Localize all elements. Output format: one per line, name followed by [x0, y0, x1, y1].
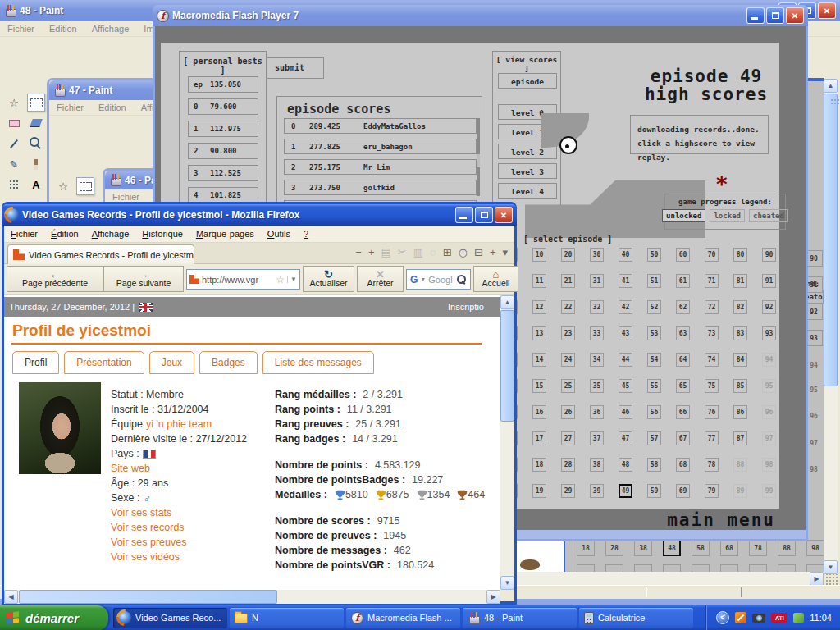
personal-best-row[interactable]: 079.600: [188, 98, 258, 115]
episode-cell-89[interactable]: 89: [733, 484, 747, 498]
menu-marque-pages[interactable]: Marque-pages: [189, 226, 261, 241]
clock[interactable]: 11:04: [810, 613, 832, 623]
select-tool-icon[interactable]: [27, 94, 45, 112]
episode-cell-64[interactable]: 64: [676, 353, 690, 367]
personal-best-row[interactable]: 3112.525: [188, 165, 258, 181]
gamepad-tray-icon[interactable]: [793, 613, 804, 623]
personal-best-row[interactable]: 290.800: [188, 143, 258, 159]
menu-dition[interactable]: Édition: [44, 226, 85, 241]
taskbar-item-macromedia-flash[interactable]: Macromedia Flash ...: [346, 608, 460, 628]
history-icon[interactable]: ◷: [459, 246, 468, 258]
legend-locked[interactable]: locked: [710, 209, 745, 222]
episode-cell-56[interactable]: 56: [647, 405, 661, 419]
menu-outils[interactable]: Outils: [261, 226, 297, 241]
close-button[interactable]: ✕: [495, 207, 513, 223]
episode-cell-84[interactable]: 84: [733, 353, 747, 367]
episode-cell-83[interactable]: 83: [733, 326, 747, 340]
taskbar-item-n[interactable]: N: [230, 608, 344, 628]
scroll-right-icon[interactable]: ▶: [810, 572, 824, 586]
episode-cell-68[interactable]: 68: [676, 458, 690, 472]
menu-affichage[interactable]: Affichage: [85, 226, 136, 241]
paste-icon[interactable]: ▤: [381, 246, 390, 258]
episode-cell-71[interactable]: 71: [705, 274, 719, 288]
menu-historique[interactable]: Historique: [135, 226, 189, 241]
episode-cell-88[interactable]: 88: [733, 458, 747, 472]
highscore-row[interactable]: 1277.825eru_bahagon: [284, 139, 477, 154]
scroll-right-icon[interactable]: ▶: [486, 590, 500, 604]
taskbar-item-video-games-reco[interactable]: Video Games Reco...: [113, 608, 227, 628]
new-tab-icon[interactable]: +: [368, 246, 375, 258]
menu-item-edition[interactable]: Edition: [42, 22, 84, 35]
episode-cell-74[interactable]: 74: [705, 353, 719, 367]
episode-cell-29[interactable]: 29: [561, 484, 575, 498]
episode-cell-92[interactable]: 92: [762, 300, 776, 314]
browser-tab[interactable]: Video Games Records - Profil de yicestmo…: [7, 244, 194, 264]
forward-button[interactable]: → Page suivante: [103, 266, 184, 292]
episode-cell-46[interactable]: 46: [619, 405, 632, 419]
episode-cell-17[interactable]: 17: [532, 431, 546, 445]
episode-cell-87[interactable]: 87: [733, 431, 747, 445]
episode-cell-94[interactable]: 94: [762, 353, 776, 367]
ati-tray-icon[interactable]: ATI: [771, 613, 788, 623]
scrollbar-thumb[interactable]: [500, 310, 514, 422]
episode-cell-13[interactable]: 13: [532, 326, 546, 340]
episode-cell-55[interactable]: 55: [647, 379, 661, 393]
episode-cell-12[interactable]: 12: [532, 300, 546, 314]
episode-cell-98[interactable]: 98: [762, 458, 776, 472]
submit-button[interactable]: submit: [267, 57, 324, 79]
episode-cell-30[interactable]: 30: [590, 248, 604, 262]
highscore-row[interactable]: 3273.750golfkid: [284, 180, 477, 195]
maximize-button[interactable]: [766, 7, 784, 24]
scrollbar-thumb[interactable]: [824, 94, 838, 386]
episode-cell-86[interactable]: 86: [733, 405, 747, 419]
episode-cell-60[interactable]: 60: [676, 248, 690, 262]
scroll-down-icon[interactable]: ▼: [500, 576, 514, 590]
tab-jeux[interactable]: Jeux: [149, 351, 194, 374]
episode-cell-38[interactable]: 38: [590, 458, 604, 472]
eraser-tool-icon[interactable]: [5, 114, 23, 132]
tab-profil[interactable]: Profil: [12, 351, 59, 374]
episode-cell-82[interactable]: 82: [733, 300, 747, 314]
inscription-link[interactable]: Inscriptio: [448, 302, 484, 312]
taskbar-item-48-paint[interactable]: 48 - Paint: [463, 608, 577, 628]
episode-cell-70[interactable]: 70: [705, 248, 719, 262]
menu-item-affichage[interactable]: Affichage: [84, 22, 137, 35]
taskbar-item-calculatrice[interactable]: Calculatrice: [579, 608, 693, 628]
episode-cell-26[interactable]: 26: [561, 405, 575, 419]
magnifier-tool-icon[interactable]: [27, 135, 45, 153]
back-button[interactable]: ← Page précédente: [7, 266, 103, 292]
resize-grip[interactable]: [824, 574, 838, 585]
scroll-up-icon[interactable]: ▲: [500, 295, 514, 309]
episode-cell-65[interactable]: 65: [676, 379, 690, 393]
personal-best-row[interactable]: ep135.050: [188, 76, 258, 93]
magnifier-icon[interactable]: [456, 274, 467, 285]
view-level-4-button[interactable]: level 4: [498, 183, 557, 199]
url-dropdown-icon[interactable]: ▼: [287, 276, 297, 283]
episode-cell-58[interactable]: 58: [647, 458, 661, 472]
episode-cell-91[interactable]: 91: [762, 274, 776, 288]
episode-cell-28[interactable]: 28: [561, 458, 575, 472]
menu-fichier[interactable]: Fichier: [4, 226, 44, 241]
cut-icon[interactable]: ✂: [398, 246, 407, 258]
highscore-row[interactable]: 2275.175Mr_Lim: [284, 159, 477, 175]
freeform-select-tool-icon[interactable]: [5, 94, 23, 112]
episode-cell-80[interactable]: 80: [733, 248, 747, 262]
home-button[interactable]: ⌂ Accueil: [473, 266, 518, 292]
episode-cell-16[interactable]: 16: [532, 405, 546, 419]
add-toolbar-icon[interactable]: +: [490, 246, 496, 258]
uk-flag-icon[interactable]: [139, 303, 153, 312]
remove-tab-icon[interactable]: −: [355, 246, 362, 258]
copy-icon[interactable]: ▥: [413, 246, 423, 258]
episode-cell-54[interactable]: 54: [647, 353, 661, 367]
print-icon[interactable]: ⊟: [474, 246, 483, 258]
episode-cell-41[interactable]: 41: [619, 274, 632, 288]
reload-button[interactable]: ↻ Actualiser: [303, 266, 354, 292]
scrollbar-thumb[interactable]: [19, 590, 277, 604]
color-picker-tool-icon[interactable]: [5, 135, 23, 153]
airbrush-tool-icon[interactable]: [5, 176, 23, 194]
episode-cell-57[interactable]: 57: [647, 431, 661, 445]
text-tool-icon[interactable]: [27, 176, 45, 194]
episode-cell-20[interactable]: 20: [561, 248, 575, 262]
flash-titlebar[interactable]: Macromedia Flash Player 7 ✕: [153, 5, 808, 26]
episode-cell-10[interactable]: 10: [532, 248, 546, 262]
